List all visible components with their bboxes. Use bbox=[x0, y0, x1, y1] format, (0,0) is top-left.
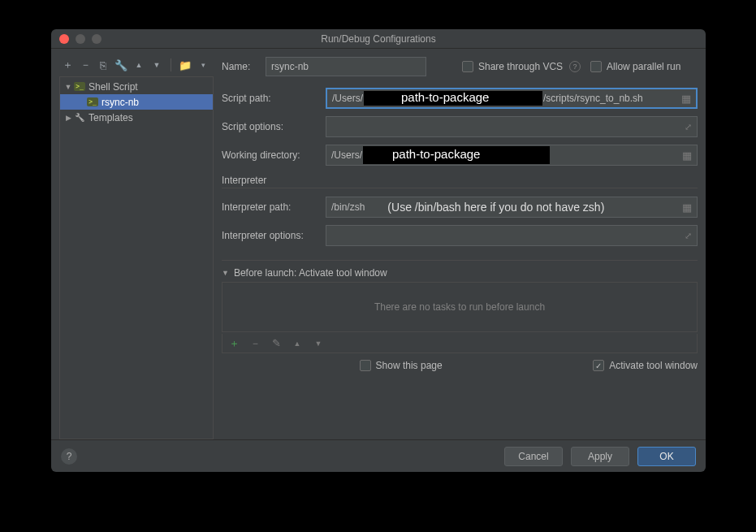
show-page-group[interactable]: Show this page bbox=[360, 360, 443, 371]
tree-group-shell-script[interactable]: ▼ Shell Script bbox=[60, 79, 213, 94]
before-launch-header[interactable]: ▼ Before launch: Activate tool window bbox=[222, 267, 698, 279]
remove-icon[interactable]: － bbox=[79, 58, 92, 71]
name-value: rsync-nb bbox=[271, 61, 309, 72]
script-options-label: Script options: bbox=[222, 121, 326, 132]
content-area: ＋ － ⎘ 🔧 ▲ ▼ 📁 ▾ ▼ Shell Script bbox=[51, 49, 706, 439]
add-task-icon[interactable]: ＋ bbox=[227, 337, 240, 350]
expand-arrow-icon[interactable]: ▶ bbox=[63, 114, 73, 122]
expand-arrow-icon[interactable]: ▼ bbox=[63, 83, 73, 91]
apply-button[interactable]: Apply bbox=[571, 447, 629, 466]
divider bbox=[222, 260, 698, 261]
templates-icon bbox=[73, 113, 86, 122]
activate-tool-checkbox[interactable] bbox=[593, 360, 604, 371]
share-vcs-label: Share through VCS bbox=[478, 61, 563, 72]
titlebar: Run/Debug Configurations bbox=[51, 29, 706, 49]
expand-icon[interactable]: ⤢ bbox=[685, 231, 692, 241]
sidebar: ＋ － ⎘ 🔧 ▲ ▼ 📁 ▾ ▼ Shell Script bbox=[59, 55, 214, 439]
show-page-label: Show this page bbox=[376, 360, 443, 371]
interpreter-section-label: Interpreter bbox=[222, 175, 698, 186]
script-path-row: Script path: /Users/ path-to-package /sc… bbox=[222, 88, 698, 109]
interpreter-options-label: Interpreter options: bbox=[222, 230, 326, 241]
redacted-path: path-to-package bbox=[363, 146, 550, 164]
divider bbox=[222, 188, 698, 188]
chevron-icon[interactable]: ▾ bbox=[197, 58, 210, 71]
dialog-body: ＋ － ⎘ 🔧 ▲ ▼ 📁 ▾ ▼ Shell Script bbox=[51, 49, 706, 472]
working-dir-label: Working directory: bbox=[222, 149, 326, 161]
activate-tool-label: Activate tool window bbox=[609, 360, 698, 371]
interpreter-options-row: Interpreter options: ⤢ bbox=[222, 225, 698, 246]
share-vcs-group[interactable]: Share through VCS ? bbox=[462, 61, 581, 72]
add-icon[interactable]: ＋ bbox=[61, 58, 74, 71]
show-page-checkbox[interactable] bbox=[360, 360, 371, 371]
shell-script-icon bbox=[73, 82, 86, 91]
dialog-footer: ? Cancel Apply OK bbox=[51, 439, 706, 472]
config-form: Name: rsync-nb Share through VCS ? Allow… bbox=[222, 55, 698, 439]
browse-icon[interactable]: ▦ bbox=[681, 93, 691, 105]
interpreter-path-label: Interpreter path: bbox=[222, 201, 326, 213]
browse-icon[interactable]: ▦ bbox=[682, 149, 692, 162]
no-tasks-text: There are no tasks to run before launch bbox=[374, 301, 545, 313]
tree-label: Shell Script bbox=[89, 81, 138, 93]
redacted-path: path-to-package bbox=[364, 91, 542, 106]
separator bbox=[171, 58, 171, 71]
footer-buttons: Cancel Apply OK bbox=[504, 447, 696, 466]
working-dir-input[interactable]: /Users/ path-to-package ▦ bbox=[326, 145, 698, 166]
browse-icon[interactable]: ▦ bbox=[682, 201, 692, 214]
interpreter-path-row: Interpreter path: /bin/zsh (Use /bin/bas… bbox=[222, 197, 698, 218]
tree-item-rsync-nb[interactable]: rsync-nb bbox=[60, 94, 213, 110]
edit-task-icon[interactable]: ✎ bbox=[270, 337, 283, 350]
task-toolbar: ＋ － ✎ ▲ ▼ bbox=[222, 334, 698, 353]
parallel-run-group[interactable]: Allow parallel run bbox=[590, 61, 680, 72]
help-hint-icon[interactable]: ? bbox=[569, 61, 581, 72]
interpreter-path-input[interactable]: /bin/zsh (Use /bin/bash here if you do n… bbox=[326, 197, 698, 218]
up-arrow-icon[interactable]: ▲ bbox=[132, 58, 145, 71]
help-icon[interactable]: ? bbox=[61, 448, 77, 465]
share-vcs-checkbox[interactable] bbox=[462, 61, 473, 72]
parallel-run-label: Allow parallel run bbox=[607, 61, 680, 72]
script-path-label: Script path: bbox=[222, 93, 326, 104]
remove-task-icon[interactable]: － bbox=[248, 337, 261, 350]
activate-tool-group[interactable]: Activate tool window bbox=[593, 360, 698, 371]
tree-group-templates[interactable]: ▶ Templates bbox=[60, 110, 213, 125]
up-task-icon[interactable]: ▲ bbox=[291, 337, 304, 350]
down-arrow-icon[interactable]: ▼ bbox=[150, 58, 163, 71]
name-input[interactable]: rsync-nb bbox=[266, 57, 426, 76]
cancel-button[interactable]: Cancel bbox=[504, 447, 563, 466]
parallel-run-checkbox[interactable] bbox=[590, 61, 602, 72]
name-row: Name: rsync-nb Share through VCS ? Allow… bbox=[222, 57, 698, 76]
name-label: Name: bbox=[222, 61, 266, 72]
sidebar-toolbar: ＋ － ⎘ 🔧 ▲ ▼ 📁 ▾ bbox=[59, 55, 214, 75]
collapse-arrow-icon: ▼ bbox=[222, 269, 229, 277]
interpreter-note: (Use /bin/bash here if you do not have z… bbox=[387, 201, 604, 214]
window-title: Run/Debug Configurations bbox=[51, 33, 706, 45]
interpreter-options-input[interactable]: ⤢ bbox=[326, 225, 698, 246]
script-options-input[interactable]: ⤢ bbox=[326, 116, 698, 137]
before-launch-task-list: There are no tasks to run before launch bbox=[222, 282, 698, 332]
ok-button[interactable]: OK bbox=[637, 447, 696, 466]
run-debug-config-window: Run/Debug Configurations ＋ － ⎘ 🔧 ▲ ▼ 📁 ▾ bbox=[51, 29, 706, 472]
down-task-icon[interactable]: ▼ bbox=[312, 337, 325, 350]
script-options-row: Script options: ⤢ bbox=[222, 116, 698, 137]
copy-icon[interactable]: ⎘ bbox=[97, 58, 110, 71]
tree-label: Templates bbox=[89, 112, 133, 123]
folder-open-icon[interactable]: 📁 bbox=[179, 58, 192, 71]
bottom-checks: Show this page Activate tool window bbox=[222, 360, 698, 371]
expand-icon[interactable]: ⤢ bbox=[685, 122, 692, 132]
script-path-input[interactable]: /Users/ path-to-package /scripts/rsync_t… bbox=[326, 88, 698, 109]
shell-script-icon bbox=[86, 97, 99, 106]
working-dir-row: Working directory: /Users/ path-to-packa… bbox=[222, 145, 698, 166]
before-launch-label: Before launch: Activate tool window bbox=[234, 267, 387, 279]
config-tree: ▼ Shell Script rsync-nb ▶ Templates bbox=[59, 76, 214, 439]
tree-label: rsync-nb bbox=[102, 97, 139, 108]
wrench-icon[interactable]: 🔧 bbox=[114, 58, 127, 71]
